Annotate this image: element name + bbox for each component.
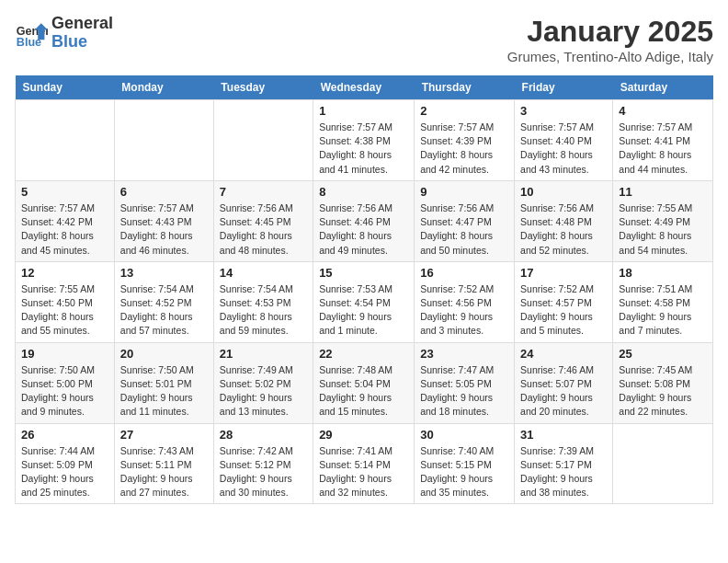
weekday-header-sunday: Sunday [16,75,115,100]
calendar-cell: 13Sunrise: 7:54 AM Sunset: 4:52 PM Dayli… [114,261,213,342]
day-number: 26 [21,428,108,442]
calendar-cell: 26Sunrise: 7:44 AM Sunset: 5:09 PM Dayli… [16,423,115,504]
day-info: Sunrise: 7:40 AM Sunset: 5:15 PM Dayligh… [420,444,508,500]
day-number: 17 [520,266,607,280]
calendar-cell: 28Sunrise: 7:42 AM Sunset: 5:12 PM Dayli… [213,423,313,504]
calendar-cell: 27Sunrise: 7:43 AM Sunset: 5:11 PM Dayli… [114,423,213,504]
calendar-cell: 5Sunrise: 7:57 AM Sunset: 4:42 PM Daylig… [16,180,115,261]
day-info: Sunrise: 7:46 AM Sunset: 5:07 PM Dayligh… [520,363,607,419]
day-info: Sunrise: 7:57 AM Sunset: 4:43 PM Dayligh… [120,201,208,258]
calendar-cell: 16Sunrise: 7:52 AM Sunset: 4:56 PM Dayli… [415,261,515,342]
logo: General Blue General Blue [15,15,113,52]
day-number: 3 [520,104,607,118]
day-number: 12 [21,266,108,280]
day-number: 13 [120,266,208,280]
calendar-cell [613,423,713,504]
weekday-header-monday: Monday [114,75,213,100]
day-info: Sunrise: 7:41 AM Sunset: 5:14 PM Dayligh… [319,444,408,500]
day-number: 22 [319,347,408,361]
calendar-cell [114,100,213,181]
calendar-cell: 11Sunrise: 7:55 AM Sunset: 4:49 PM Dayli… [613,180,713,261]
calendar-cell: 9Sunrise: 7:56 AM Sunset: 4:47 PM Daylig… [415,180,515,261]
week-row-5: 26Sunrise: 7:44 AM Sunset: 5:09 PM Dayli… [16,423,713,504]
weekday-header-friday: Friday [515,75,613,100]
day-number: 1 [319,104,408,118]
day-info: Sunrise: 7:54 AM Sunset: 4:53 PM Dayligh… [220,282,307,339]
day-number: 8 [319,185,408,199]
calendar-cell: 10Sunrise: 7:56 AM Sunset: 4:48 PM Dayli… [515,180,613,261]
calendar-cell: 14Sunrise: 7:54 AM Sunset: 4:53 PM Dayli… [213,261,313,342]
calendar-cell: 3Sunrise: 7:57 AM Sunset: 4:40 PM Daylig… [515,100,613,181]
day-number: 6 [120,185,208,199]
day-info: Sunrise: 7:57 AM Sunset: 4:39 PM Dayligh… [420,121,508,177]
svg-text:Blue: Blue [17,36,41,49]
day-info: Sunrise: 7:52 AM Sunset: 4:57 PM Dayligh… [520,282,607,339]
day-info: Sunrise: 7:55 AM Sunset: 4:50 PM Dayligh… [21,282,108,339]
calendar-cell: 7Sunrise: 7:56 AM Sunset: 4:45 PM Daylig… [213,180,313,261]
day-info: Sunrise: 7:47 AM Sunset: 5:05 PM Dayligh… [420,363,508,419]
weekday-header-tuesday: Tuesday [213,75,313,100]
day-info: Sunrise: 7:51 AM Sunset: 4:58 PM Dayligh… [619,282,707,339]
day-info: Sunrise: 7:50 AM Sunset: 5:00 PM Dayligh… [21,363,108,419]
week-row-3: 12Sunrise: 7:55 AM Sunset: 4:50 PM Dayli… [16,261,713,342]
calendar-cell: 6Sunrise: 7:57 AM Sunset: 4:43 PM Daylig… [114,180,213,261]
calendar-cell: 15Sunrise: 7:53 AM Sunset: 4:54 PM Dayli… [313,261,415,342]
calendar-cell: 12Sunrise: 7:55 AM Sunset: 4:50 PM Dayli… [16,261,115,342]
week-row-4: 19Sunrise: 7:50 AM Sunset: 5:00 PM Dayli… [16,342,713,423]
day-number: 20 [120,347,208,361]
calendar-cell: 25Sunrise: 7:45 AM Sunset: 5:08 PM Dayli… [613,342,713,423]
week-row-1: 1Sunrise: 7:57 AM Sunset: 4:38 PM Daylig… [16,100,713,181]
calendar-cell: 8Sunrise: 7:56 AM Sunset: 4:46 PM Daylig… [313,180,415,261]
day-info: Sunrise: 7:48 AM Sunset: 5:04 PM Dayligh… [319,363,408,419]
day-number: 10 [520,185,607,199]
day-info: Sunrise: 7:55 AM Sunset: 4:49 PM Dayligh… [619,201,707,258]
day-number: 27 [120,428,208,442]
location-subtitle: Grumes, Trentino-Alto Adige, Italy [507,49,713,64]
calendar-cell: 19Sunrise: 7:50 AM Sunset: 5:00 PM Dayli… [16,342,115,423]
day-number: 16 [420,266,508,280]
week-row-2: 5Sunrise: 7:57 AM Sunset: 4:42 PM Daylig… [16,180,713,261]
calendar-cell: 31Sunrise: 7:39 AM Sunset: 5:17 PM Dayli… [515,423,613,504]
day-info: Sunrise: 7:56 AM Sunset: 4:48 PM Dayligh… [520,201,607,258]
calendar-cell: 2Sunrise: 7:57 AM Sunset: 4:39 PM Daylig… [415,100,515,181]
day-number: 23 [420,347,508,361]
day-info: Sunrise: 7:44 AM Sunset: 5:09 PM Dayligh… [21,444,108,500]
day-number: 19 [21,347,108,361]
day-number: 4 [619,104,707,118]
day-info: Sunrise: 7:43 AM Sunset: 5:11 PM Dayligh… [120,444,208,500]
calendar-cell: 20Sunrise: 7:50 AM Sunset: 5:01 PM Dayli… [114,342,213,423]
calendar-cell: 4Sunrise: 7:57 AM Sunset: 4:41 PM Daylig… [613,100,713,181]
calendar-cell: 23Sunrise: 7:47 AM Sunset: 5:05 PM Dayli… [415,342,515,423]
calendar-cell: 21Sunrise: 7:49 AM Sunset: 5:02 PM Dayli… [213,342,313,423]
day-info: Sunrise: 7:56 AM Sunset: 4:47 PM Dayligh… [420,201,508,258]
logo-icon: General Blue [15,17,48,50]
calendar-table: SundayMondayTuesdayWednesdayThursdayFrid… [15,75,713,504]
day-info: Sunrise: 7:57 AM Sunset: 4:41 PM Dayligh… [619,121,707,177]
day-info: Sunrise: 7:56 AM Sunset: 4:46 PM Dayligh… [319,201,408,258]
day-info: Sunrise: 7:52 AM Sunset: 4:56 PM Dayligh… [420,282,508,339]
day-info: Sunrise: 7:49 AM Sunset: 5:02 PM Dayligh… [220,363,307,419]
calendar-cell: 24Sunrise: 7:46 AM Sunset: 5:07 PM Dayli… [515,342,613,423]
calendar-cell: 18Sunrise: 7:51 AM Sunset: 4:58 PM Dayli… [613,261,713,342]
title-block: January 2025 Grumes, Trentino-Alto Adige… [507,15,713,64]
calendar-cell: 29Sunrise: 7:41 AM Sunset: 5:14 PM Dayli… [313,423,415,504]
day-info: Sunrise: 7:45 AM Sunset: 5:08 PM Dayligh… [619,363,707,419]
logo-line2: Blue [51,33,113,52]
day-number: 5 [21,185,108,199]
day-info: Sunrise: 7:57 AM Sunset: 4:38 PM Dayligh… [319,121,408,177]
page-header: General Blue General Blue January 2025 G… [15,15,713,64]
day-info: Sunrise: 7:54 AM Sunset: 4:52 PM Dayligh… [120,282,208,339]
day-info: Sunrise: 7:50 AM Sunset: 5:01 PM Dayligh… [120,363,208,419]
weekday-header-saturday: Saturday [613,75,713,100]
day-info: Sunrise: 7:53 AM Sunset: 4:54 PM Dayligh… [319,282,408,339]
day-number: 18 [619,266,707,280]
day-number: 31 [520,428,607,442]
weekday-header-wednesday: Wednesday [313,75,415,100]
calendar-cell: 1Sunrise: 7:57 AM Sunset: 4:38 PM Daylig… [313,100,415,181]
calendar-cell [213,100,313,181]
day-number: 14 [220,266,307,280]
weekday-header-thursday: Thursday [415,75,515,100]
day-info: Sunrise: 7:39 AM Sunset: 5:17 PM Dayligh… [520,444,607,500]
day-number: 7 [220,185,307,199]
day-info: Sunrise: 7:42 AM Sunset: 5:12 PM Dayligh… [220,444,307,500]
